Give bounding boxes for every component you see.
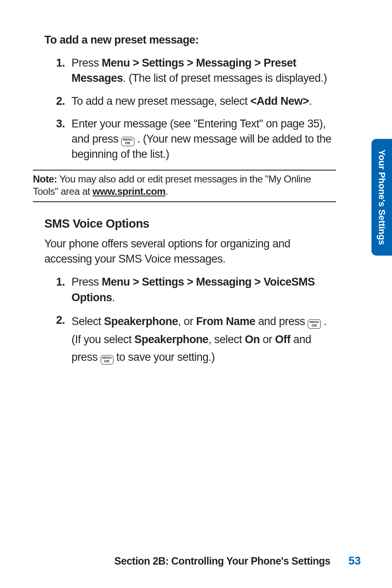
menu-ok-icon: MENUOK	[308, 319, 321, 329]
note-label: Note:	[33, 173, 57, 184]
text: .	[112, 291, 115, 304]
text: Press	[71, 276, 102, 288]
heading-add-preset: To add a new preset message:	[44, 34, 336, 46]
side-tab: Your Phone's Settings	[371, 139, 392, 256]
text: , or	[178, 315, 196, 327]
step-number: 2.	[50, 313, 71, 367]
option-speakerphone: Speakerphone	[134, 333, 208, 346]
text: To add a new preset message, select	[71, 95, 250, 107]
footer-page-number: 53	[348, 555, 361, 567]
text: .	[309, 95, 312, 107]
menu-ok-icon: MENUOK	[101, 355, 114, 364]
text: or	[260, 333, 275, 346]
step-number: 1.	[50, 55, 71, 86]
text: Press	[71, 57, 102, 69]
step-number: 1.	[50, 274, 71, 305]
note-text: You may also add or edit preset messages…	[33, 173, 311, 197]
step-3: 3. Enter your message (see "Entering Tex…	[50, 116, 336, 162]
text: to save your setting.)	[113, 351, 215, 363]
step-1: 1. Press Menu > Settings > Messaging > P…	[50, 55, 336, 86]
option-speakerphone: Speakerphone	[104, 315, 178, 327]
option-on: On	[245, 333, 260, 346]
note-box: Note: You may also add or edit preset me…	[33, 170, 336, 202]
page-footer: Section 2B: Controlling Your Phone's Set…	[0, 555, 392, 567]
option-add-new: <Add New>	[250, 95, 309, 107]
option-off: Off	[275, 333, 290, 346]
sms-intro-text: Your phone offers several options for or…	[44, 236, 336, 266]
sms-step-2: 2. Select Speakerphone, or From Name and…	[50, 313, 336, 367]
menu-path: Menu > Settings > Messaging > VoiceSMS O…	[71, 276, 315, 303]
footer-section-title: Section 2B: Controlling Your Phone's Set…	[114, 555, 330, 567]
step-2: 2. To add a new preset message, select <…	[50, 94, 336, 109]
note-text: .	[166, 186, 168, 197]
side-tab-label: Your Phone's Settings	[376, 150, 387, 245]
note-link[interactable]: www.sprint.com	[92, 186, 165, 197]
text: , select	[208, 333, 245, 346]
heading-sms-voice: SMS Voice Options	[44, 217, 336, 231]
menu-ok-icon: MENUOK	[121, 137, 134, 146]
text: and press	[255, 315, 308, 327]
step-number: 2.	[50, 94, 71, 109]
sms-step-1: 1. Press Menu > Settings > Messaging > V…	[50, 274, 336, 305]
text: . (The list of preset messages is displa…	[123, 72, 327, 84]
text: Select	[71, 315, 104, 327]
option-from-name: From Name	[196, 315, 255, 327]
step-number: 3.	[50, 116, 71, 162]
